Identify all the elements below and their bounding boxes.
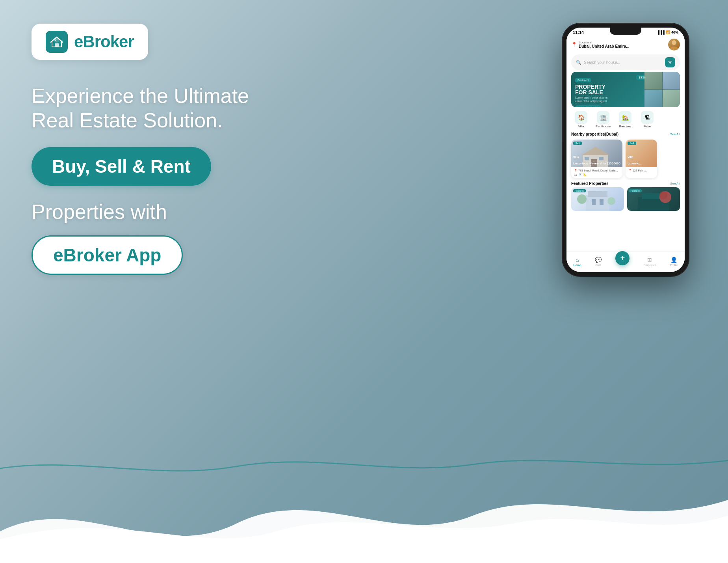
svg-text:e: e <box>55 37 58 42</box>
app-name: eBroker <box>74 32 134 51</box>
property-name-2: Luxurio... <box>628 162 642 165</box>
buy-sell-rent-button[interactable]: Buy, Sell & Rent <box>32 147 211 186</box>
left-content-panel: e eBroker Experience the UltimateReal Es… <box>32 24 276 275</box>
profile-nav-label: Profile <box>670 264 678 267</box>
property-card-2[interactable]: Sell Villa Luxurio... 📍 123 Palm... <box>626 140 657 178</box>
category-penthouse-label: Penthouse <box>596 125 611 128</box>
area-icon-1: 📐 <box>583 173 587 176</box>
bath-icon-1: 🚿 <box>578 173 582 176</box>
bed-icon-1: 🛏 <box>574 173 577 176</box>
property-img-1: Sell Villa Luxurious Haven Villa $250000… <box>571 140 622 167</box>
app-header: 📍 Location Dubai, United Arab Emira... <box>566 36 685 53</box>
property-address-1: 📍 789 Beach Road, Dubai, Unite... <box>574 169 620 172</box>
home-nav-icon: ⌂ <box>576 257 579 263</box>
search-icon: 🔍 <box>576 60 581 65</box>
phone-frame: 11:14 ▐▐▐ 📶 46% 📍 Location Dubai, United… <box>563 24 689 276</box>
property-info-1: 📍 789 Beach Road, Dubai, Unite... 🛏 🚿 📐 <box>571 167 622 178</box>
bottom-navigation: ⌂ Home 💬 Chat + ⊞ Properties 👤 Profile <box>566 252 685 269</box>
featured-card-2[interactable]: Featured <box>627 187 680 211</box>
svg-rect-10 <box>599 157 604 160</box>
category-banglow[interactable]: 🏡 Banglow <box>615 111 635 128</box>
featured-card-1[interactable]: Featured <box>571 187 624 211</box>
featured-badge-2: Featured <box>629 189 642 192</box>
banner-img-1 <box>644 72 662 89</box>
svg-point-17 <box>607 197 615 205</box>
logo-icon: e <box>46 31 68 53</box>
nearby-properties-list: Sell Villa Luxurious Haven Villa $250000… <box>566 138 685 180</box>
teal-wave <box>0 453 728 484</box>
property-address-2: 📍 123 Palm... <box>628 169 654 172</box>
featured-property-banner[interactable]: Featured $35K PROPERTYFOR SALE Lorem ips… <box>571 72 680 107</box>
property-type-1: Villa <box>573 156 579 158</box>
svg-rect-15 <box>600 199 604 205</box>
sell-badge-2: Sell <box>628 142 636 145</box>
svg-rect-0 <box>55 43 59 47</box>
property-info-2: 📍 123 Palm... <box>626 167 657 175</box>
svg-rect-11 <box>585 157 589 160</box>
add-button[interactable]: + <box>615 251 630 265</box>
properties-with-text: Properties with <box>32 200 276 224</box>
featured-section-header: Featured Properties See All <box>571 181 680 186</box>
svg-point-16 <box>577 194 587 204</box>
svg-point-3 <box>672 40 676 45</box>
location-label: Location <box>579 41 630 44</box>
nearby-section-title: Nearby properties(Dubai) <box>571 132 618 136</box>
featured-properties-section: Featured Properties See All <box>566 180 685 213</box>
search-bar[interactable]: 🔍 Search your house... <box>571 54 680 70</box>
banglow-icon: 🏡 <box>619 111 631 124</box>
chat-nav-icon: 💬 <box>595 257 602 263</box>
category-villa[interactable]: 🏠 Villa <box>571 111 591 128</box>
featured-see-all[interactable]: See All <box>670 182 680 185</box>
location-value: Dubai, United Arab Emira... <box>579 44 630 48</box>
svg-point-21 <box>659 191 667 199</box>
more-icon: 🏗 <box>641 111 654 124</box>
properties-nav-label: Properties <box>644 264 656 267</box>
property-card-1[interactable]: Sell Villa Luxurious Haven Villa $250000… <box>571 140 622 178</box>
call-button[interactable]: +000 1234 5678 <box>575 105 602 107</box>
category-more[interactable]: 🏗 More <box>637 111 657 128</box>
category-penthouse[interactable]: 🏢 Penthouse <box>593 111 613 128</box>
profile-nav-icon: 👤 <box>670 257 677 263</box>
banner-images <box>644 72 680 107</box>
chat-nav-label: Chat <box>595 264 601 267</box>
status-time: 11:14 <box>573 30 584 35</box>
logo-container: e eBroker <box>32 24 148 60</box>
featured-section-title: Featured Properties <box>571 181 608 186</box>
svg-rect-12 <box>586 195 609 211</box>
property-features-1: 🛏 🚿 📐 <box>574 173 620 176</box>
nav-home[interactable]: ⌂ Home <box>574 257 581 267</box>
sell-badge-1: Sell <box>573 142 582 145</box>
phone-mockup: 11:14 ▐▐▐ 📶 46% 📍 Location Dubai, United… <box>563 24 689 276</box>
home-nav-label: Home <box>574 264 581 267</box>
nav-chat[interactable]: 💬 Chat <box>595 257 602 267</box>
category-banglow-label: Banglow <box>619 125 631 128</box>
nav-properties[interactable]: ⊞ Properties <box>644 257 656 267</box>
category-villa-label: Villa <box>578 125 584 128</box>
svg-marker-8 <box>581 147 610 155</box>
app-screen-content: 📍 Location Dubai, United Arab Emira... <box>566 36 685 269</box>
phone-notch <box>610 28 641 35</box>
svg-rect-13 <box>588 191 607 197</box>
villa-icon: 🏠 <box>575 111 587 124</box>
nearby-see-all[interactable]: See All <box>670 132 680 136</box>
featured-badge-1: Featured <box>573 189 586 192</box>
user-avatar[interactable] <box>668 39 680 50</box>
battery-icon: 46% <box>671 30 678 34</box>
banner-img-4 <box>663 90 680 108</box>
nav-profile[interactable]: 👤 Profile <box>670 257 678 267</box>
location-info: 📍 Location Dubai, United Arab Emira... <box>571 41 630 48</box>
search-placeholder-text: Search your house... <box>584 60 620 65</box>
wifi-icon: 📶 <box>666 30 670 34</box>
properties-nav-icon: ⊞ <box>647 257 652 263</box>
property-img-2: Sell Villa Luxurio... <box>626 140 657 167</box>
location-details: Location Dubai, United Arab Emira... <box>579 41 630 48</box>
ebroker-app-button[interactable]: eBroker App <box>32 235 183 275</box>
featured-cards-list: Featured Featured <box>571 187 680 211</box>
status-icons: ▐▐▐ 📶 46% <box>657 30 678 34</box>
banner-img-2 <box>663 72 680 89</box>
property-categories: 🏠 Villa 🏢 Penthouse 🏡 Banglow 🏗 More <box>566 109 685 130</box>
category-more-label: More <box>644 125 651 128</box>
filter-button[interactable] <box>665 57 675 67</box>
location-pin-icon: 📍 <box>571 42 577 47</box>
property-name-1: Luxurious Haven Villa <box>573 162 606 165</box>
